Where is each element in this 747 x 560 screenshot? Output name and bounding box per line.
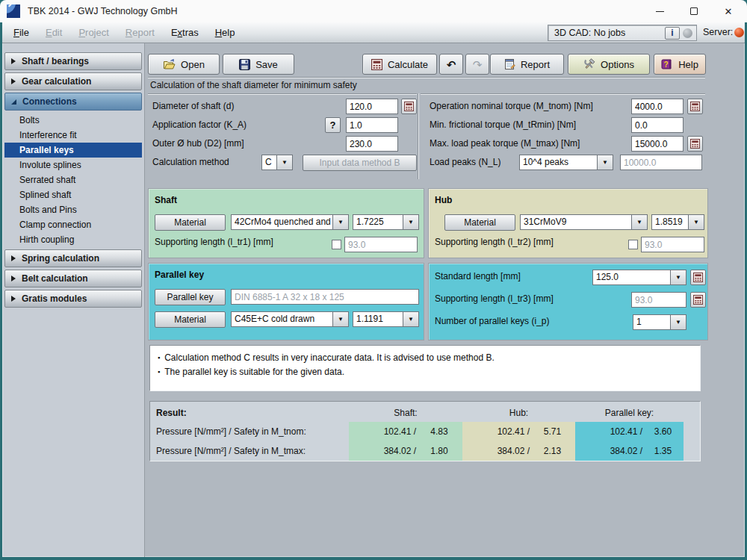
hub-supporting-length-label: Supporting length (l_tr2) [mm] bbox=[435, 237, 554, 247]
key-material-number-select[interactable]: 1.1191 ▼ bbox=[353, 311, 419, 327]
shaft-material-select[interactable]: 42CrMo4 quenched and t... ▼ bbox=[231, 214, 349, 230]
menu-extras[interactable]: Extras bbox=[163, 22, 207, 43]
options-button[interactable]: Options bbox=[568, 54, 650, 75]
sidebar-section-belt-calculation[interactable]: Belt calculation bbox=[4, 270, 142, 287]
menu-report: Report bbox=[117, 22, 163, 43]
max-peak-torque-calc-button[interactable] bbox=[687, 136, 703, 152]
cad-status-led-icon bbox=[683, 28, 692, 38]
dropdown-arrow-icon: ▼ bbox=[403, 312, 418, 326]
sidebar-section-gear-calculation[interactable]: Gear calculation bbox=[4, 72, 142, 90]
undo-button[interactable]: ↶ bbox=[439, 54, 463, 75]
result-cell: 102.41 /4.83 bbox=[349, 422, 462, 441]
sidebar-item-parallel-keys[interactable]: Parallel keys bbox=[4, 143, 142, 158]
toolbar-separator bbox=[148, 77, 705, 78]
result-title: Result: bbox=[150, 408, 349, 418]
nominal-torque-label: Operation nominal torque (M_tnom) [Nm] bbox=[430, 101, 593, 111]
collapsed-arrow-icon bbox=[11, 78, 16, 84]
result-cell: 384.02 /2.13 bbox=[462, 441, 575, 461]
collapsed-arrow-icon bbox=[11, 58, 16, 64]
supporting-length-calc-button[interactable] bbox=[690, 292, 706, 308]
sidebar-section-shaft-bearings[interactable]: Shaft / bearings bbox=[4, 52, 142, 70]
server-label: Server: bbox=[703, 27, 733, 37]
sidebar-item-involute-splines[interactable]: Involute splines bbox=[4, 158, 142, 172]
calculate-button[interactable]: Calculate bbox=[362, 54, 437, 75]
dropdown-arrow-icon: ▼ bbox=[670, 270, 686, 284]
sidebar-item-serrated-shaft[interactable]: Serrated shaft bbox=[4, 172, 142, 187]
bullet-icon: ▪ bbox=[158, 368, 160, 376]
bullet-icon: ▪ bbox=[158, 354, 160, 361]
shaft-material-button[interactable]: Material bbox=[155, 214, 226, 231]
hub-section-title: Hub bbox=[435, 195, 452, 205]
number-of-keys-label: Number of parallel keys (i_p) bbox=[435, 316, 549, 326]
result-cell: 384.02 /1.35 bbox=[575, 441, 684, 461]
parallel-key-button[interactable]: Parallel key bbox=[155, 289, 226, 305]
standard-length-select[interactable]: 125.0 ▼ bbox=[592, 270, 686, 285]
svg-text:?: ? bbox=[664, 60, 669, 69]
sidebar-item-splined-shaft[interactable]: Splined shaft bbox=[4, 187, 142, 202]
sidebar: Shaft / bearings Gear calculation Connec… bbox=[2, 43, 145, 557]
parallel-key-section-title: Parallel key bbox=[155, 270, 204, 280]
dropdown-arrow-icon: ▼ bbox=[631, 215, 647, 229]
standard-length-label: Standard length [mm] bbox=[435, 271, 521, 281]
number-of-keys-select[interactable]: 1 ▼ bbox=[633, 314, 686, 330]
menu-file[interactable]: File bbox=[5, 22, 37, 43]
menu-edit: Edit bbox=[37, 22, 70, 43]
result-cell: 102.41 /3.60 bbox=[575, 422, 684, 441]
max-peak-torque-input[interactable] bbox=[631, 136, 684, 152]
min-frictional-torque-label: Min. frictional torque (M_tRmin) [Nm] bbox=[430, 119, 576, 130]
sidebar-item-interference-fit[interactable]: Interference fit bbox=[4, 128, 142, 143]
page-subtitle: Calculation of the shaft diameter for mi… bbox=[150, 80, 357, 90]
hub-material-button[interactable]: Material bbox=[444, 214, 515, 231]
result-row-mtnom: Pressure [N/mm²] / Safety in M_tnom: 102… bbox=[150, 422, 700, 441]
save-button[interactable]: Save bbox=[223, 54, 294, 75]
report-button[interactable]: Report bbox=[490, 54, 564, 75]
dropdown-arrow-icon: ▼ bbox=[597, 155, 613, 169]
menu-project: Project bbox=[70, 22, 117, 43]
hub-material-number-select[interactable]: 1.8519 ▼ bbox=[651, 214, 704, 230]
result-row-mtmax: Pressure [N/mm²] / Safety in M_tmax: 384… bbox=[150, 441, 700, 461]
shaft-section-title: Shaft bbox=[155, 195, 177, 205]
key-material-button[interactable]: Material bbox=[155, 311, 226, 328]
sidebar-item-bolts-and-pins[interactable]: Bolts and Pins bbox=[4, 202, 142, 217]
nominal-torque-input[interactable] bbox=[631, 99, 684, 114]
sidebar-item-clamp-connection[interactable]: Clamp connection bbox=[4, 217, 142, 232]
sidebar-item-bolts[interactable]: Bolts bbox=[4, 113, 142, 128]
message-line: ▪Calculation method C results in very in… bbox=[158, 351, 692, 365]
min-frictional-torque-input[interactable] bbox=[631, 117, 684, 133]
shaft-supporting-length-checkbox[interactable] bbox=[332, 240, 341, 249]
sidebar-section-spring-calculation[interactable]: Spring calculation bbox=[4, 249, 142, 267]
expanded-arrow-icon bbox=[11, 99, 16, 105]
calculator-icon bbox=[690, 139, 700, 149]
sidebar-section-gratis-modules[interactable]: Gratis modules bbox=[4, 290, 142, 308]
help-book-icon: ? bbox=[661, 59, 673, 69]
info-button[interactable]: i bbox=[665, 27, 680, 40]
collapsed-arrow-icon bbox=[11, 276, 16, 281]
close-button[interactable]: ✕ bbox=[711, 0, 746, 22]
load-peaks-select[interactable]: 10^4 peaks ▼ bbox=[519, 155, 613, 170]
key-material-select[interactable]: C45E+C cold drawn ▼ bbox=[231, 311, 349, 327]
maximize-button[interactable] bbox=[677, 0, 711, 22]
menu-help[interactable]: Help bbox=[207, 22, 244, 43]
hub-material-select[interactable]: 31CrMoV9 ▼ bbox=[520, 214, 648, 230]
standard-length-calc-button[interactable] bbox=[690, 270, 706, 285]
key-parameters-section: Standard length [mm] 125.0 ▼ Supporting … bbox=[428, 263, 708, 340]
nominal-torque-calc-button[interactable] bbox=[687, 99, 703, 114]
hub-supporting-length-checkbox[interactable] bbox=[628, 240, 638, 249]
shaft-section: Shaft Material 42CrMo4 quenched and t...… bbox=[148, 188, 424, 258]
hub-section: Hub Material 31CrMoV9 ▼ 1.8519 ▼ Support… bbox=[428, 188, 708, 258]
redo-button: ↷ bbox=[465, 54, 489, 75]
collapsed-arrow-icon bbox=[11, 296, 16, 302]
group-separator bbox=[421, 93, 705, 95]
sidebar-section-connections[interactable]: Connections bbox=[4, 93, 142, 111]
minimize-button[interactable] bbox=[642, 0, 677, 22]
shaft-material-number-select[interactable]: 1.7225 ▼ bbox=[353, 214, 419, 230]
max-peak-torque-label: Max. load peak torque (M_tmax) [Nm] bbox=[430, 138, 580, 149]
sidebar-item-hirth-coupling[interactable]: Hirth coupling bbox=[4, 232, 142, 247]
help-button[interactable]: ? Help bbox=[654, 54, 706, 75]
report-page-icon bbox=[504, 58, 515, 70]
result-header-row: Result: Shaft: Hub: Parallel key: bbox=[150, 403, 700, 422]
open-button[interactable]: Open bbox=[148, 54, 220, 75]
close-icon: ✕ bbox=[725, 7, 733, 16]
parallel-key-section: Parallel key Parallel key Material C45E+… bbox=[148, 263, 424, 340]
result-cell: 102.41 /5.71 bbox=[462, 422, 575, 441]
